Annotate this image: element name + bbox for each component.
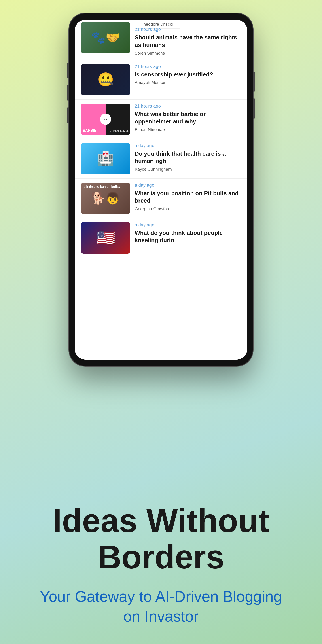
- article-author-3: Kayce Cunningham: [134, 167, 241, 172]
- article-info-4: a day ago What is your position on Pit b…: [134, 183, 241, 212]
- article-info-3: a day ago Do you think that health care …: [134, 143, 241, 172]
- article-title-0[interactable]: Should animals have the same rights as h…: [134, 34, 241, 49]
- main-heading: Ideas WithoutBorders: [40, 503, 282, 576]
- article-list: Theodore Driscoll 21 hours ago Should an…: [75, 20, 247, 258]
- article-title-2[interactable]: What was better barbie or oppenheimer an…: [134, 110, 241, 126]
- bottom-section: Ideas WithoutBorders Your Gateway to AI-…: [9, 480, 313, 644]
- article-title-4[interactable]: What is your position on Pit bulls and b…: [134, 190, 241, 205]
- article-title-5[interactable]: What do you think about people kneeling …: [134, 229, 241, 244]
- article-author-4: Georgina Crawford: [134, 206, 241, 211]
- thumb-censorship: [81, 64, 130, 95]
- article-author-1: Amayah Menken: [134, 80, 241, 85]
- thumb-pitbull: Is it time to ban pit bulls?: [81, 183, 130, 214]
- article-item-partial: Theodore Driscoll 21 hours ago Should an…: [75, 20, 247, 60]
- barbie-inner: BARBIE vs OPPENHEIMER: [81, 104, 130, 135]
- article-item-2: BARBIE vs OPPENHEIMER 21 hours ago What …: [75, 100, 247, 139]
- thumb-animals-partial: [81, 22, 130, 53]
- thumb-barbie: BARBIE vs OPPENHEIMER: [81, 104, 130, 135]
- article-time-3: a day ago: [134, 143, 241, 148]
- phone-mockup: Theodore Driscoll 21 hours ago Should an…: [69, 14, 253, 366]
- article-item-5: a day ago What do you think about people…: [75, 218, 247, 258]
- article-info-1: 21 hours ago Is censorship ever justifie…: [134, 64, 241, 85]
- thumb-healthcare: [81, 143, 130, 174]
- barbie-vs: vs: [100, 114, 111, 125]
- article-time-4: a day ago: [134, 183, 241, 188]
- phone-frame: Theodore Driscoll 21 hours ago Should an…: [69, 14, 253, 366]
- article-time-1: 21 hours ago: [134, 64, 241, 69]
- article-item-4: Is it time to ban pit bulls? a day ago W…: [75, 179, 247, 218]
- pitbull-thumb-label: Is it time to ban pit bulls?: [83, 185, 120, 189]
- article-item-1: 21 hours ago Is censorship ever justifie…: [75, 60, 247, 100]
- opp-label: OPPENHEIMER: [109, 130, 129, 132]
- article-time-5: a day ago: [134, 222, 241, 228]
- article-time-2: 21 hours ago: [134, 104, 241, 109]
- article-author-2: Eithan Ninomae: [134, 127, 241, 132]
- article-info-2: 21 hours ago What was better barbie or o…: [134, 104, 241, 132]
- article-time-0: 21 hours ago: [134, 27, 241, 32]
- article-info-partial: Theodore Driscoll 21 hours ago Should an…: [134, 22, 241, 56]
- sub-heading: Your Gateway to AI-Driven Bloggingon Inv…: [40, 586, 282, 626]
- article-info-5: a day ago What do you think about people…: [134, 222, 241, 246]
- barbie-label: BARBIE: [83, 128, 96, 132]
- article-title-1[interactable]: Is censorship ever justified?: [134, 71, 241, 78]
- article-title-3[interactable]: Do you think that health care is a human…: [134, 150, 241, 165]
- phone-screen: Theodore Driscoll 21 hours ago Should an…: [75, 20, 247, 360]
- article-item-3: a day ago Do you think that health care …: [75, 139, 247, 179]
- article-author-0: Soren Simmons: [134, 51, 241, 56]
- screen-content: Theodore Driscoll 21 hours ago Should an…: [75, 20, 247, 360]
- thumb-flag: [81, 222, 130, 254]
